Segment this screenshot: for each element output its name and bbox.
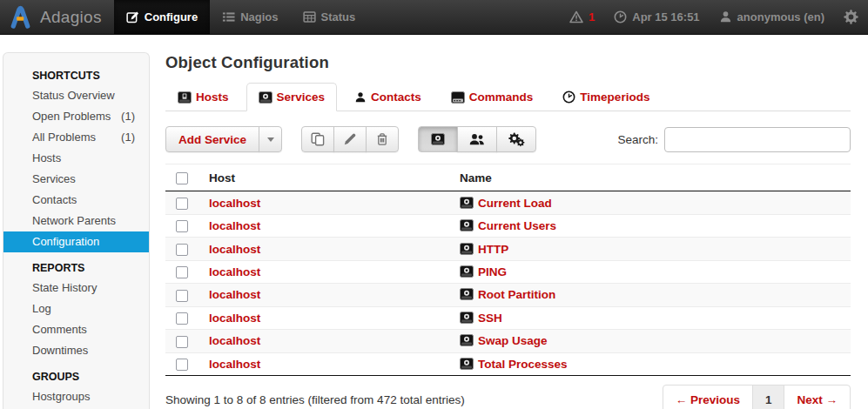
- name-cell: Current Users: [451, 214, 851, 237]
- sidebar-item-hostgroups[interactable]: Hostgroups: [3, 386, 149, 407]
- sidebar-item-comments[interactable]: Comments: [3, 319, 149, 340]
- host-link[interactable]: localhost: [209, 334, 260, 347]
- sidebar-item-network-parents[interactable]: Network Parents: [3, 211, 149, 231]
- sidebar-item-count: (1): [121, 130, 135, 145]
- brand[interactable]: Adagios: [0, 0, 114, 34]
- pagination-next[interactable]: Next →: [784, 385, 851, 409]
- sidebar-item-state-history[interactable]: State History: [3, 278, 149, 298]
- sidebar-item-hosts[interactable]: Hosts: [3, 148, 149, 169]
- sidebar-item-label: Contacts: [32, 192, 77, 208]
- table-footer: Showing 1 to 8 of 8 entries (filtered fr…: [165, 385, 851, 409]
- user-icon: [719, 10, 732, 23]
- row-select-cell: [165, 330, 200, 352]
- host-cell: localhost: [200, 191, 451, 214]
- nav-item-status[interactable]: Status: [291, 0, 368, 34]
- service-icon: [460, 243, 474, 255]
- column-header-host[interactable]: Host: [200, 164, 451, 191]
- service-link[interactable]: Current Users: [478, 219, 556, 232]
- host-link[interactable]: localhost: [209, 219, 260, 232]
- sidebar-item-label: Log: [32, 301, 51, 317]
- name-cell: Current Load: [451, 191, 851, 214]
- pagination-page-1[interactable]: 1: [752, 385, 785, 409]
- service-link[interactable]: Swap Usage: [478, 334, 548, 347]
- row-checkbox[interactable]: [176, 359, 188, 371]
- service-link[interactable]: HTTP: [478, 243, 508, 256]
- view-settings-toggle[interactable]: [496, 126, 536, 152]
- row-checkbox[interactable]: [176, 244, 188, 256]
- nav-item-label: Nagios: [240, 10, 278, 23]
- host-link[interactable]: localhost: [209, 265, 260, 278]
- sidebar-item-label: Comments: [32, 322, 87, 338]
- trash-icon: [375, 132, 389, 146]
- clock-display[interactable]: Apr 15 16:51: [604, 0, 709, 34]
- tab-hosts[interactable]: Hosts: [165, 83, 241, 111]
- add-service-dropdown-toggle[interactable]: [259, 126, 282, 152]
- view-contacts-toggle[interactable]: [457, 126, 497, 152]
- user-menu[interactable]: anonymous (en): [710, 0, 834, 34]
- pagination-previous[interactable]: ← Previous: [663, 385, 753, 409]
- row-checkbox[interactable]: [176, 198, 188, 210]
- settings-button[interactable]: [834, 0, 868, 34]
- host-cell: localhost: [200, 214, 451, 237]
- search-input[interactable]: [664, 127, 851, 152]
- select-all-checkbox[interactable]: [176, 172, 188, 184]
- row-select-cell: [165, 352, 200, 375]
- host-link[interactable]: localhost: [209, 358, 260, 371]
- service-link[interactable]: SSH: [478, 312, 502, 325]
- tab-commands[interactable]: Commands: [439, 83, 546, 111]
- delete-button[interactable]: [366, 126, 399, 152]
- object-type-tabs: HostsServicesContactsCommandsTimeperiods: [165, 83, 851, 111]
- sidebar-item-all-problems[interactable]: All Problems(1): [3, 127, 149, 148]
- sidebar-item-label: State History: [32, 280, 97, 296]
- host-link[interactable]: localhost: [209, 197, 260, 210]
- sidebar-item-log[interactable]: Log: [3, 298, 149, 319]
- host-link[interactable]: localhost: [209, 312, 260, 325]
- add-service-button[interactable]: Add Service: [165, 126, 259, 152]
- sidebar-item-configuration[interactable]: Configuration: [3, 231, 149, 252]
- tab-services[interactable]: Services: [246, 83, 338, 111]
- row-checkbox[interactable]: [176, 312, 188, 325]
- sidebar-item-downtimes[interactable]: Downtimes: [3, 340, 149, 361]
- row-select-cell: [165, 191, 200, 214]
- host-cell: localhost: [200, 330, 451, 352]
- edit-button[interactable]: [333, 126, 367, 152]
- row-checkbox[interactable]: [176, 266, 188, 278]
- view-services-toggle[interactable]: [418, 126, 458, 152]
- row-checkbox[interactable]: [176, 290, 188, 302]
- sidebar-item-open-problems[interactable]: Open Problems(1): [3, 106, 149, 127]
- tab-contacts[interactable]: Contacts: [342, 83, 434, 111]
- gear-icon: [844, 10, 858, 24]
- service-icon: [460, 197, 474, 209]
- sidebar-item-services[interactable]: Services: [3, 169, 149, 190]
- host-link[interactable]: localhost: [209, 288, 260, 301]
- host-icon: [178, 91, 192, 104]
- problems-indicator[interactable]: 1: [560, 0, 604, 34]
- list-icon: [222, 10, 235, 23]
- content: SHORTCUTSStatus OverviewOpen Problems(1)…: [0, 35, 868, 409]
- sidebar-item-label: Status Overview: [32, 88, 115, 104]
- pencil-icon: [343, 132, 357, 146]
- table-row-swap-usage: localhostSwap Usage: [165, 330, 851, 352]
- host-link[interactable]: localhost: [209, 243, 260, 256]
- nav-item-configure[interactable]: Configure: [114, 0, 210, 34]
- tab-timeperiods[interactable]: Timeperiods: [550, 83, 662, 111]
- service-link[interactable]: Root Partition: [478, 288, 555, 301]
- service-link[interactable]: Total Processes: [478, 358, 568, 371]
- sidebar-item-count: (1): [121, 109, 135, 124]
- service-link[interactable]: PING: [478, 265, 507, 278]
- row-checkbox[interactable]: [176, 220, 188, 232]
- row-checkbox[interactable]: [176, 336, 188, 348]
- edit-icon: [126, 10, 139, 23]
- sidebar-item-status-overview[interactable]: Status Overview: [3, 85, 149, 106]
- name-cell: Total Processes: [451, 352, 851, 375]
- warning-icon: [569, 10, 583, 23]
- column-header-name[interactable]: Name: [451, 164, 851, 191]
- sidebar-item-contacts[interactable]: Contacts: [3, 190, 149, 211]
- nav-item-nagios[interactable]: Nagios: [210, 0, 290, 34]
- table-row-ping: localhostPING: [165, 260, 851, 283]
- service-link[interactable]: Current Load: [478, 197, 552, 210]
- tab-label: Contacts: [371, 91, 421, 104]
- service-icon: [431, 133, 445, 145]
- search-label: Search:: [617, 133, 658, 146]
- copy-button[interactable]: [301, 126, 334, 152]
